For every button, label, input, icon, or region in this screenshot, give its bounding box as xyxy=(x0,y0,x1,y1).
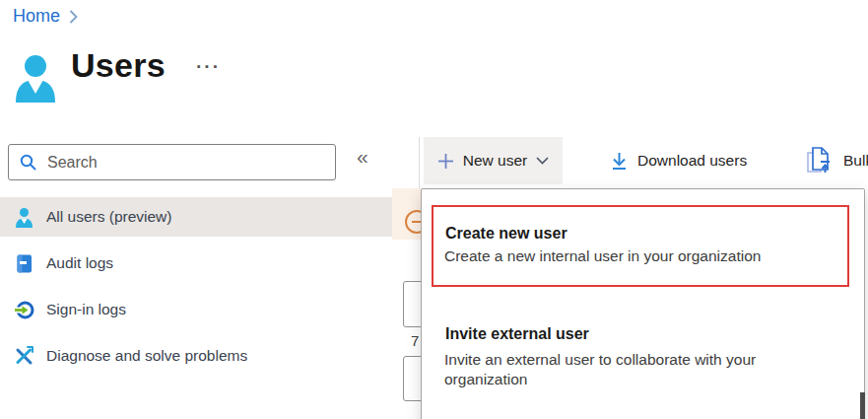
breadcrumb: Home xyxy=(13,6,78,27)
scrollbar-thumb[interactable] xyxy=(860,392,865,419)
page-title: Users xyxy=(71,46,166,85)
download-users-label: Download users xyxy=(637,152,747,170)
breadcrumb-home-link[interactable]: Home xyxy=(13,6,60,27)
menu-item-title: Invite external user xyxy=(445,325,589,343)
obscured-count-text: 7 xyxy=(411,332,419,349)
audit-logs-icon xyxy=(14,253,34,274)
sidebar-item-label: All users (preview) xyxy=(46,208,171,226)
bulk-operations-button[interactable]: Bulk operations xyxy=(806,137,868,184)
users-page: Home Users ··· « New user xyxy=(0,0,868,419)
sidebar-search-box[interactable] xyxy=(8,144,336,180)
menu-item-description: Create a new internal user in your organ… xyxy=(444,246,761,266)
search-input[interactable] xyxy=(45,153,315,173)
search-icon xyxy=(20,154,36,171)
download-users-button[interactable]: Download users xyxy=(611,137,747,184)
sign-in-logs-icon xyxy=(14,300,34,320)
sidebar-item-label: Diagnose and solve problems xyxy=(46,347,247,365)
bulk-operations-icon xyxy=(806,146,832,175)
more-options-button[interactable]: ··· xyxy=(196,56,221,78)
bulk-operations-label: Bulk operations xyxy=(843,152,868,170)
sidebar-item-all-users[interactable]: All users (preview) xyxy=(0,197,392,237)
new-user-label: New user xyxy=(463,152,527,170)
menu-item-title: Create new user xyxy=(445,225,568,243)
sidebar-item-audit-logs[interactable]: Audit logs xyxy=(0,244,392,283)
sidebar-item-label: Audit logs xyxy=(46,254,113,272)
collapse-sidebar-button[interactable]: « xyxy=(357,145,368,169)
breadcrumb-chevron-icon xyxy=(69,10,78,24)
download-icon xyxy=(611,152,628,171)
sidebar-item-diagnose[interactable]: Diagnose and solve problems xyxy=(0,336,392,376)
chevron-down-icon xyxy=(536,157,549,165)
sidebar-item-label: Sign-in logs xyxy=(46,301,126,318)
plus-icon xyxy=(437,153,454,170)
menu-item-description: Invite an external user to collaborate w… xyxy=(444,350,804,389)
pane-divider xyxy=(419,137,420,188)
sidebar-item-sign-in-logs[interactable]: Sign-in logs xyxy=(0,290,392,329)
new-user-button[interactable]: New user xyxy=(424,137,563,184)
new-user-dropdown-menu: Create new user Create a new internal us… xyxy=(421,188,865,419)
users-page-icon xyxy=(12,53,59,106)
diagnose-icon xyxy=(14,346,34,367)
users-icon xyxy=(14,207,34,228)
